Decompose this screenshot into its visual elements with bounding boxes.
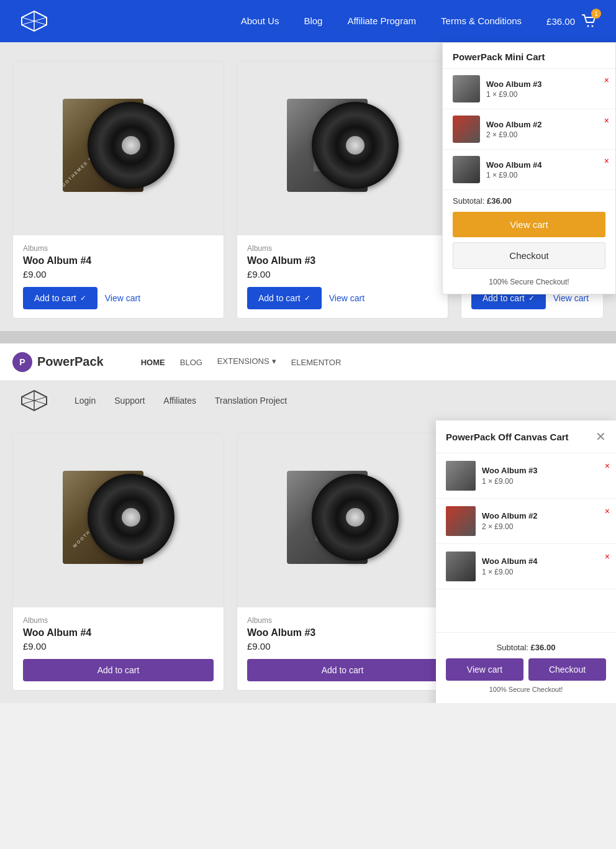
top-logo-icon [19,9,50,34]
view-cart-link-3[interactable]: View cart [553,293,589,303]
bottom-product-info-1: Albums Woo Album #4 £9.00 Add to cart [13,607,224,690]
cart-icon-wrap[interactable]: 1 [580,12,597,30]
occ-items: Woo Album #3 1 × £9.00 × Woo Album #2 2 … [436,453,616,589]
occ-remove-1[interactable]: × [605,461,610,471]
checkmark-icon-2: ✓ [304,294,310,302]
mini-cart-item: Woo Album #4 1 × £9.00 × [443,150,615,190]
add-to-cart-label-3: Add to cart [482,293,525,303]
product-image-2: 🥷 🥷 🥷 🥷 [237,61,448,235]
top-cart-area[interactable]: £36.00 1 [546,12,597,30]
occ-name-2: Woo Album #2 [482,511,606,520]
product-category-1: Albums [23,244,214,253]
occ-remove-3[interactable]: × [605,552,610,561]
mini-cart-item-name-1: Woo Album #3 [486,79,605,89]
add-to-cart-label-1: Add to cart [34,293,76,303]
bottom-section: P PowerPack HOME BLOG EXTENSIONS ▾ ELEME… [0,343,616,703]
sub-nav-support[interactable]: Support [114,396,145,406]
occ-remove-2[interactable]: × [605,506,610,516]
add-to-cart-button-2[interactable]: Add to cart ✓ [247,287,322,309]
sub-nav-affiliates[interactable]: Affiliates [163,396,196,406]
cart-total: £36.00 [546,16,575,27]
bottom-product-image-2: 🥷 🥷 🥷 🥷 [237,434,448,607]
view-cart-link-2[interactable]: View cart [329,293,365,303]
mini-cart-remove-3[interactable]: × [604,156,609,166]
bottom-vinyl-disc-1 [88,474,174,561]
view-cart-button[interactable]: View cart [453,212,605,237]
occ-album2 [446,506,476,536]
pp-nav-links: HOME BLOG EXTENSIONS ▾ ELEMENTOR [141,356,342,368]
album2-thumb [453,116,480,143]
bottom-add-to-cart-1[interactable]: Add to cart [23,659,214,681]
top-section: About Us Blog Affiliate Program Terms & … [0,0,616,331]
pp-nav-extensions[interactable]: EXTENSIONS ▾ [217,356,276,366]
mini-cart-item: Woo Album #3 1 × £9.00 × [443,69,615,109]
top-navbar: About Us Blog Affiliate Program Terms & … [0,0,616,42]
bottom-product-card-1: WOOTHEMES WOOTHEMES Albums Woo Album #4 … [12,433,224,691]
vinyl-album-2: 🥷 🥷 🥷 🥷 [287,93,399,204]
add-to-cart-button-1[interactable]: Add to cart ✓ [23,287,97,309]
mini-cart-remove-2[interactable]: × [604,116,609,125]
mini-cart-subtotal: Subtotal: £36.00 [443,190,615,212]
occ-info-2: Woo Album #2 2 × £9.00 [482,511,606,531]
occ-item-2: Woo Album #2 2 × £9.00 × [436,499,616,544]
sub-nav-login[interactable]: Login [75,396,96,406]
vinyl-disc-center-1 [122,136,140,155]
section-divider [0,331,616,343]
occ-info-1: Woo Album #3 1 × £9.00 [482,466,606,486]
secure-checkout-label: 100% Secure Checkout! [443,274,615,294]
album3-thumb [453,75,480,102]
mini-cart-item-qty-1: 1 × £9.00 [486,90,605,99]
pp-nav-home[interactable]: HOME [141,358,165,367]
bottom-product-card-2: 🥷 🥷 🥷 🥷 Albums Woo Album #3 [237,433,448,691]
pp-nav-blog[interactable]: BLOG [180,358,202,367]
occ-footer: Subtotal: £36.00 View cart Checkout 100%… [436,632,616,703]
bottom-product-name-1: Woo Album #4 [23,627,214,638]
vinyl-disc-2 [312,102,399,189]
cart-badge: 1 [591,9,601,19]
product-info-1: Albums Woo Album #4 £9.00 Add to cart ✓ … [13,235,224,318]
add-to-cart-label-2: Add to cart [258,293,301,303]
occ-checkout-button[interactable]: Checkout [528,658,606,681]
checkout-button[interactable]: Checkout [453,242,605,269]
bottom-sub-logo [19,388,50,413]
mini-cart-remove-1[interactable]: × [604,75,609,85]
product-price-2: £9.00 [247,269,438,279]
product-actions-1: Add to cart ✓ View cart [23,287,214,309]
occ-qty-3: 1 × £9.00 [482,568,606,576]
nav-about-us[interactable]: About Us [241,16,279,26]
album4-thumb [453,156,480,183]
subtotal-value: £36.00 [487,196,512,206]
nav-terms[interactable]: Terms & Conditions [441,16,522,26]
bottom-sub-navbar: Login Support Affiliates Translation Pro… [0,381,616,420]
mini-cart-dropdown: PowerPack Mini Cart Woo Album #3 1 × £9.… [442,42,616,294]
occ-view-cart-button[interactable]: View cart [446,658,523,681]
nav-blog[interactable]: Blog [304,16,322,26]
product-image-1: WOOTHEMES WOOTHEMES WOOTHEMES [13,61,224,235]
mini-cart-item-thumb-1 [453,75,480,102]
sub-nav-links: Login Support Affiliates Translation Pro… [75,395,287,406]
off-canvas-cart: PowerPack Off Canvas Cart ✕ Woo Album #3… [436,420,616,703]
occ-qty-2: 2 × £9.00 [482,522,606,531]
occ-qty-1: 1 × £9.00 [482,477,606,486]
pp-nav-elementor[interactable]: ELEMENTOR [291,358,342,367]
bottom-product-name-2: Woo Album #3 [247,627,438,638]
occ-close-button[interactable]: ✕ [596,429,606,444]
nav-affiliate-program[interactable]: Affiliate Program [347,16,416,26]
subtotal-label: Subtotal: [453,196,484,206]
mini-cart-item-qty-2: 2 × £9.00 [486,130,605,139]
vinyl-disc-center-2 [346,136,365,155]
bottom-add-to-cart-2[interactable]: Add to cart [247,659,438,681]
mini-cart-item-thumb-2 [453,116,480,143]
sub-nav-translation[interactable]: Translation Project [215,396,287,406]
occ-album4 [446,552,476,581]
bottom-vinyl-album-1: WOOTHEMES WOOTHEMES [63,465,174,576]
view-cart-link-1[interactable]: View cart [105,293,140,303]
occ-name-1: Woo Album #3 [482,466,606,475]
bottom-vinyl-album-2: 🥷 🥷 🥷 🥷 [287,465,399,576]
top-logo-area [19,9,50,34]
occ-subtotal-label: Subtotal: [497,643,528,652]
occ-secure-label: 100% Secure Checkout! [446,686,606,693]
occ-thumb-1 [446,461,476,491]
occ-btn-row: View cart Checkout [446,658,606,681]
product-card-2: 🥷 🥷 🥷 🥷 Albums Woo Album #3 £9.00 [237,61,448,319]
